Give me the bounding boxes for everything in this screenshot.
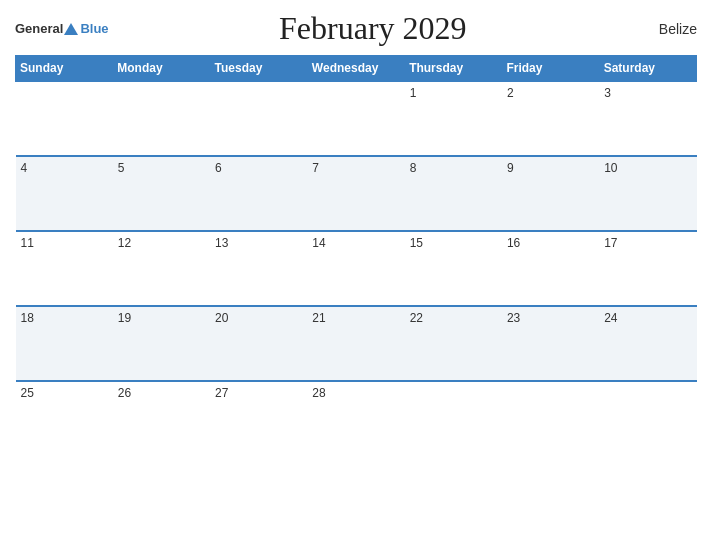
day-number: 27 [215, 386, 228, 400]
weekday-header-saturday: Saturday [599, 56, 696, 82]
day-cell [405, 381, 502, 456]
day-cell: 22 [405, 306, 502, 381]
day-number: 9 [507, 161, 514, 175]
day-cell: 3 [599, 81, 696, 156]
weekday-header-wednesday: Wednesday [307, 56, 404, 82]
day-cell: 13 [210, 231, 307, 306]
day-number: 5 [118, 161, 125, 175]
day-cell: 1 [405, 81, 502, 156]
day-cell: 5 [113, 156, 210, 231]
day-cell: 23 [502, 306, 599, 381]
day-number: 26 [118, 386, 131, 400]
day-number: 3 [604, 86, 611, 100]
day-cell: 27 [210, 381, 307, 456]
weekday-header-row: SundayMondayTuesdayWednesdayThursdayFrid… [16, 56, 697, 82]
day-number: 19 [118, 311, 131, 325]
day-cell: 20 [210, 306, 307, 381]
day-cell: 24 [599, 306, 696, 381]
day-cell: 16 [502, 231, 599, 306]
day-cell: 9 [502, 156, 599, 231]
weekday-header-tuesday: Tuesday [210, 56, 307, 82]
day-number: 12 [118, 236, 131, 250]
weekday-header-thursday: Thursday [405, 56, 502, 82]
day-number: 6 [215, 161, 222, 175]
day-number: 7 [312, 161, 319, 175]
logo: General Blue [15, 21, 109, 36]
day-cell: 21 [307, 306, 404, 381]
day-number: 25 [21, 386, 34, 400]
week-row-3: 18192021222324 [16, 306, 697, 381]
day-cell [210, 81, 307, 156]
logo-blue-text: Blue [80, 21, 108, 36]
day-cell: 2 [502, 81, 599, 156]
day-cell: 18 [16, 306, 113, 381]
weekday-header-sunday: Sunday [16, 56, 113, 82]
day-number: 11 [21, 236, 34, 250]
day-cell: 12 [113, 231, 210, 306]
day-cell: 14 [307, 231, 404, 306]
day-number: 18 [21, 311, 34, 325]
day-cell: 11 [16, 231, 113, 306]
logo-general-text: General [15, 21, 63, 36]
day-cell: 4 [16, 156, 113, 231]
day-number: 10 [604, 161, 617, 175]
day-cell: 25 [16, 381, 113, 456]
weekday-header-monday: Monday [113, 56, 210, 82]
week-row-2: 11121314151617 [16, 231, 697, 306]
day-number: 24 [604, 311, 617, 325]
day-cell: 17 [599, 231, 696, 306]
day-number: 4 [21, 161, 28, 175]
day-cell [502, 381, 599, 456]
day-number: 22 [410, 311, 423, 325]
day-number: 21 [312, 311, 325, 325]
day-number: 16 [507, 236, 520, 250]
day-number: 2 [507, 86, 514, 100]
week-row-0: 123 [16, 81, 697, 156]
week-row-4: 25262728 [16, 381, 697, 456]
day-number: 13 [215, 236, 228, 250]
day-cell [599, 381, 696, 456]
day-cell: 10 [599, 156, 696, 231]
day-cell [16, 81, 113, 156]
day-number: 20 [215, 311, 228, 325]
country-label: Belize [637, 21, 697, 37]
day-cell: 28 [307, 381, 404, 456]
day-cell: 6 [210, 156, 307, 231]
weekday-header-friday: Friday [502, 56, 599, 82]
calendar-container: General Blue February 2029 Belize Sunday… [0, 0, 712, 550]
day-number: 15 [410, 236, 423, 250]
month-title: February 2029 [109, 10, 637, 47]
day-number: 28 [312, 386, 325, 400]
day-cell: 7 [307, 156, 404, 231]
day-number: 1 [410, 86, 417, 100]
day-number: 23 [507, 311, 520, 325]
day-cell: 19 [113, 306, 210, 381]
day-number: 14 [312, 236, 325, 250]
calendar-header: General Blue February 2029 Belize [15, 10, 697, 47]
week-row-1: 45678910 [16, 156, 697, 231]
logo-triangle-icon [64, 23, 78, 35]
day-number: 17 [604, 236, 617, 250]
day-cell: 8 [405, 156, 502, 231]
day-number: 8 [410, 161, 417, 175]
day-cell: 26 [113, 381, 210, 456]
day-cell [113, 81, 210, 156]
calendar-table: SundayMondayTuesdayWednesdayThursdayFrid… [15, 55, 697, 456]
day-cell [307, 81, 404, 156]
day-cell: 15 [405, 231, 502, 306]
